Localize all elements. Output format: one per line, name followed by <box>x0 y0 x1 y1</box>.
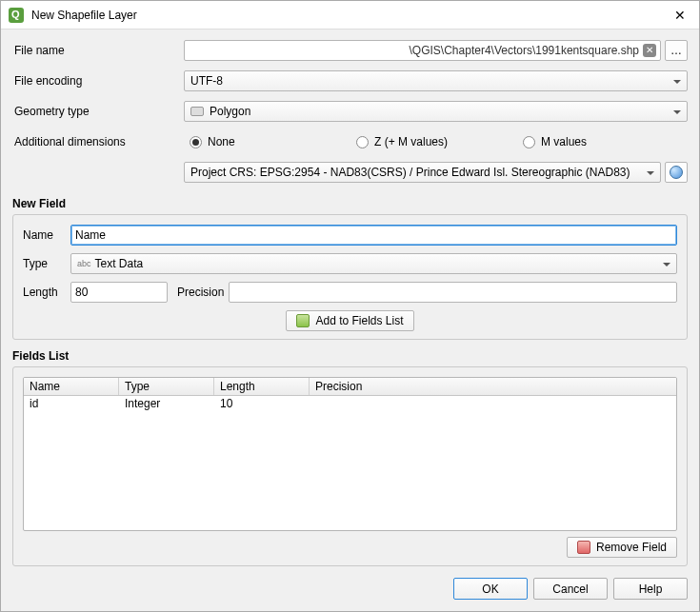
geometry-type-combo[interactable]: Polygon <box>184 101 688 122</box>
dialog-content: File name \QGIS\Chapter4\Vectors\1991ken… <box>1 30 699 578</box>
remove-icon <box>577 541 590 554</box>
fields-table: Name Type Length Precision id Integer 10 <box>23 377 677 531</box>
crs-picker-button[interactable] <box>665 162 688 183</box>
th-type[interactable]: Type <box>119 378 214 395</box>
th-precision[interactable]: Precision <box>310 378 676 395</box>
th-name[interactable]: Name <box>24 378 119 395</box>
table-body: id Integer 10 <box>24 396 676 530</box>
browse-button[interactable]: … <box>665 40 688 61</box>
radio-none[interactable]: None <box>190 135 356 148</box>
radio-icon <box>190 136 202 148</box>
crs-value: Project CRS: EPSG:2954 - NAD83(CSRS) / P… <box>190 166 630 179</box>
text-type-icon: abc <box>77 259 91 268</box>
radio-z[interactable]: Z (+ M values) <box>356 135 523 148</box>
close-icon[interactable]: ✕ <box>669 8 691 23</box>
cancel-button[interactable]: Cancel <box>533 578 608 600</box>
polygon-icon <box>190 107 204 116</box>
nf-precision-input[interactable] <box>229 282 677 303</box>
globe-icon <box>670 166 683 179</box>
geometry-type-value: Polygon <box>210 105 250 118</box>
table-row[interactable]: id Integer 10 <box>24 396 676 411</box>
table-header: Name Type Length Precision <box>24 378 676 396</box>
file-name-label: File name <box>12 44 184 57</box>
file-encoding-combo[interactable]: UTF-8 <box>184 70 688 91</box>
radio-m[interactable]: M values <box>523 135 587 148</box>
add-icon <box>296 314 310 327</box>
clear-icon[interactable]: ✕ <box>643 44 656 57</box>
nf-type-label: Type <box>23 257 65 270</box>
help-button[interactable]: Help <box>613 578 688 600</box>
qgis-icon <box>9 8 24 23</box>
file-name-input[interactable]: \QGIS\Chapter4\Vectors\1991kentsquare.sh… <box>184 40 661 61</box>
file-encoding-label: File encoding <box>12 74 184 88</box>
add-to-fields-button[interactable]: Add to Fields List <box>286 310 413 331</box>
nf-length-label: Length <box>23 286 65 299</box>
radio-icon <box>523 136 535 148</box>
nf-precision-label: Precision <box>173 286 223 299</box>
geometry-type-label: Geometry type <box>12 105 184 118</box>
remove-field-button[interactable]: Remove Field <box>567 537 677 558</box>
nf-type-value: Text Data <box>95 257 144 270</box>
file-encoding-value: UTF-8 <box>190 74 223 88</box>
th-length[interactable]: Length <box>214 378 310 395</box>
dialog-window: New Shapefile Layer ✕ File name \QGIS\Ch… <box>0 0 700 612</box>
window-title: New Shapefile Layer <box>31 9 669 22</box>
file-name-value: \QGIS\Chapter4\Vectors\1991kentsquare.sh… <box>410 44 639 57</box>
nf-length-input[interactable] <box>70 282 168 303</box>
ok-button[interactable]: OK <box>453 578 528 600</box>
crs-combo[interactable]: Project CRS: EPSG:2954 - NAD83(CSRS) / P… <box>184 162 661 183</box>
fields-list-heading: Fields List <box>12 349 688 363</box>
titlebar: New Shapefile Layer ✕ <box>1 1 699 30</box>
new-field-heading: New Field <box>12 197 688 210</box>
dialog-footer: OK Cancel Help <box>1 578 699 611</box>
nf-type-combo[interactable]: abc Text Data <box>70 253 677 274</box>
fields-list-group: Name Type Length Precision id Integer 10 <box>12 366 688 566</box>
dimensions-radio-group: None Z (+ M values) M values <box>184 135 688 148</box>
new-field-group: Name Type abc Text Data Length Precision <box>12 214 688 340</box>
radio-icon <box>356 136 369 148</box>
nf-name-input[interactable] <box>70 225 677 246</box>
nf-name-label: Name <box>23 228 65 242</box>
additional-dimensions-label: Additional dimensions <box>12 135 184 148</box>
